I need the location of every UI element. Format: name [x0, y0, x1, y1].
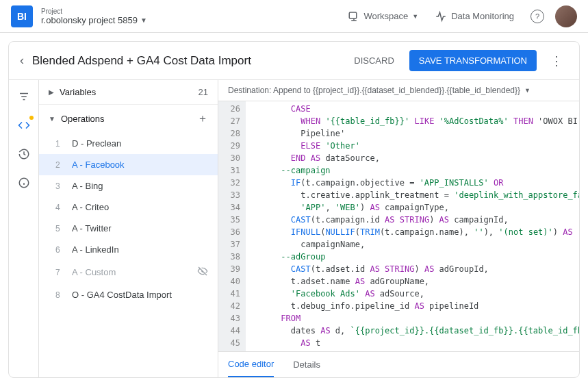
left-panel: ▶ Variables 21 ▼ Operations ＋ 1D - Precl…	[39, 80, 218, 377]
project-selector[interactable]: Project r.obolonsky project 5859 ▼	[41, 8, 147, 25]
operation-item[interactable]: 8O - GA4 CostData Import	[39, 284, 218, 305]
operation-item[interactable]: 3A - Bing	[39, 175, 218, 197]
operation-index: 8	[55, 290, 66, 300]
operation-item[interactable]: 6A - LinkedIn	[39, 239, 218, 260]
chevron-right-icon: ▶	[49, 88, 54, 96]
operations-label: Operations	[61, 114, 105, 124]
operations-list: 1D - Preclean2A - Facebook3A - Bing4A - …	[39, 133, 218, 305]
page-title: Blended Adspend + GA4 Cost Data Import	[32, 54, 251, 68]
workspace-icon	[348, 10, 360, 23]
top-bar: BI Project r.obolonsky project 5859 ▼ Wo…	[0, 0, 588, 33]
workspace-nav[interactable]: Workspace ▼	[348, 10, 419, 23]
operation-label: A - Bing	[72, 181, 103, 191]
chevron-down-icon: ▼	[140, 16, 147, 24]
operation-index: 4	[55, 203, 66, 212]
rail-filter-icon[interactable]	[16, 88, 32, 105]
operation-item[interactable]: 7A - Custom	[39, 260, 218, 284]
title-actions: DISCARD SAVE TRANSFORMATION ⋮	[347, 50, 568, 71]
tab-details[interactable]: Details	[293, 352, 320, 377]
operation-label: A - Custom	[72, 267, 116, 277]
data-monitoring-nav[interactable]: Data Monitoring	[435, 10, 514, 23]
hidden-icon	[197, 266, 208, 279]
operation-label: A - Criteo	[72, 202, 109, 212]
operation-index: 7	[55, 268, 66, 277]
operation-label: A - Facebook	[72, 160, 125, 170]
avatar[interactable]	[555, 5, 577, 27]
right-panel: Destination: Append to {{project_id}}.{{…	[218, 80, 579, 377]
monitoring-icon	[435, 10, 447, 23]
chevron-down-icon: ▼	[49, 115, 55, 123]
more-menu-button[interactable]: ⋮	[545, 51, 568, 71]
operation-label: D - Preclean	[72, 138, 121, 149]
tab-code-editor[interactable]: Code editor	[228, 352, 274, 377]
main-card: ‹ Blended Adspend + GA4 Cost Data Import…	[8, 41, 580, 378]
line-gutter: 2627282930313233343536373839404142434445	[218, 101, 246, 351]
variables-label: Variables	[60, 87, 96, 97]
rail-code-icon[interactable]	[16, 117, 32, 134]
body: ▶ Variables 21 ▼ Operations ＋ 1D - Precl…	[9, 80, 579, 377]
code-editor[interactable]: 2627282930313233343536373839404142434445…	[218, 101, 579, 351]
project-name: r.obolonsky project 5859 ▼	[41, 15, 147, 25]
monitoring-label: Data Monitoring	[451, 11, 514, 21]
chevron-down-icon: ▼	[412, 13, 418, 20]
code-content[interactable]: CASE WHEN '{{table_id_fb}}' LIKE '%AdCos…	[246, 101, 579, 351]
operation-index: 2	[55, 160, 66, 170]
title-row: ‹ Blended Adspend + GA4 Cost Data Import…	[9, 42, 579, 80]
rail-info-icon[interactable]	[16, 175, 32, 191]
top-right: ?	[531, 5, 577, 27]
operation-item[interactable]: 5A - Twitter	[39, 218, 218, 239]
app-logo[interactable]: BI	[11, 5, 33, 27]
help-icon[interactable]: ?	[531, 10, 544, 23]
top-nav: Workspace ▼ Data Monitoring	[348, 10, 515, 23]
operation-index: 1	[55, 139, 66, 149]
operation-index: 5	[55, 224, 66, 233]
chevron-down-icon: ▼	[524, 87, 531, 94]
destination-row[interactable]: Destination: Append to {{project_id}}.{{…	[218, 80, 579, 101]
add-operation-button[interactable]: ＋	[197, 112, 208, 126]
operation-label: O - GA4 CostData Import	[72, 290, 172, 300]
project-name-text: r.obolonsky project 5859	[41, 15, 138, 25]
destination-text: Destination: Append to {{project_id}}.{{…	[228, 86, 520, 95]
svg-rect-0	[349, 12, 357, 18]
operation-index: 6	[55, 245, 66, 255]
operation-label: A - Twitter	[72, 223, 112, 233]
operation-label: A - LinkedIn	[72, 244, 119, 255]
workspace-label: Workspace	[364, 11, 409, 21]
project-label: Project	[41, 8, 147, 15]
variables-count: 21	[199, 87, 208, 97]
operation-item[interactable]: 1D - Preclean	[39, 133, 218, 154]
back-button[interactable]: ‹	[20, 53, 24, 68]
operations-section[interactable]: ▼ Operations ＋	[39, 104, 218, 133]
notification-dot-icon	[29, 116, 34, 120]
operation-item[interactable]: 4A - Criteo	[39, 197, 218, 218]
rail-history-icon[interactable]	[16, 146, 32, 162]
save-transformation-button[interactable]: SAVE TRANSFORMATION	[409, 50, 537, 71]
editor-tabs: Code editor Details	[218, 351, 579, 377]
side-rail	[9, 80, 39, 377]
operation-index: 3	[55, 181, 66, 191]
discard-button[interactable]: DISCARD	[347, 51, 401, 70]
variables-section[interactable]: ▶ Variables 21	[39, 80, 218, 104]
operation-item[interactable]: 2A - Facebook	[39, 154, 218, 175]
